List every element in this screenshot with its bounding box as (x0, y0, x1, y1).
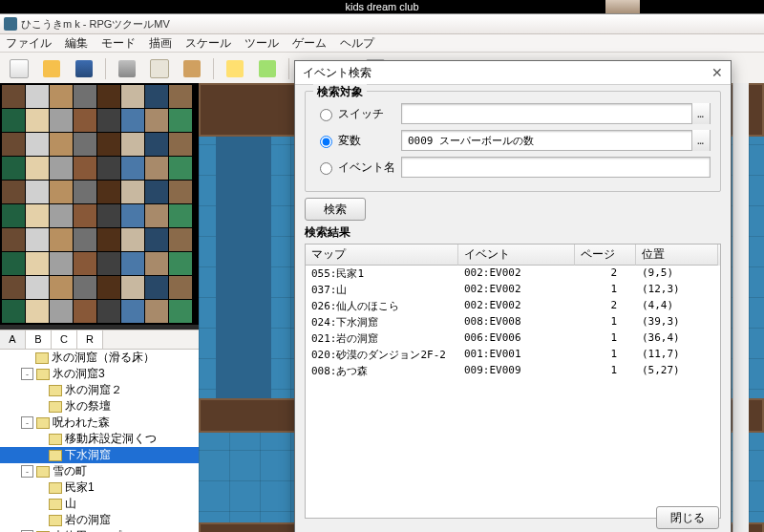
tile[interactable] (169, 181, 192, 203)
maptree-item[interactable]: 氷の洞窟（滑る床） (0, 350, 199, 366)
maptree-item[interactable]: 移動床設定洞くつ (0, 431, 199, 447)
tile[interactable] (97, 181, 120, 203)
tile[interactable] (2, 228, 25, 251)
tile[interactable] (121, 109, 144, 132)
table-row[interactable]: 055:民家1002:EV0022(9,5) (306, 266, 720, 282)
tile[interactable] (50, 85, 73, 108)
maptree-item[interactable]: -呪われた森 (0, 415, 199, 431)
tile[interactable] (121, 85, 144, 108)
tile[interactable] (121, 204, 144, 227)
table-row[interactable]: 008:あつ森009:EV0091(5,27) (306, 363, 720, 379)
tree-expander-icon[interactable]: - (21, 416, 33, 429)
menu-ツール[interactable]: ツール (244, 35, 279, 52)
tile[interactable] (145, 85, 168, 108)
tile[interactable] (97, 109, 120, 132)
tile[interactable] (50, 300, 73, 323)
tile[interactable] (97, 252, 120, 275)
tile[interactable] (2, 133, 25, 156)
table-row[interactable]: 026:仙人のほこら002:EV0022(4,4) (306, 298, 720, 314)
tile[interactable] (26, 109, 49, 132)
tile[interactable] (74, 109, 96, 132)
tile[interactable] (50, 252, 73, 275)
tile[interactable] (97, 228, 120, 251)
tile[interactable] (121, 181, 144, 203)
variable-value-box[interactable]: 0009 スーパーボールの数 … (401, 130, 711, 151)
tile[interactable] (26, 276, 49, 299)
column-header[interactable]: 位置 (636, 245, 718, 266)
tile[interactable] (2, 276, 25, 299)
ellipsis-icon[interactable]: … (691, 130, 710, 151)
tile[interactable] (74, 228, 96, 251)
paste-button[interactable] (179, 55, 205, 82)
tile[interactable] (145, 228, 168, 251)
tile[interactable] (97, 204, 120, 227)
maptree-item[interactable]: -氷の洞窟3 (0, 366, 199, 382)
menu-モード[interactable]: モード (101, 35, 136, 52)
maptree-item[interactable]: 山 (0, 496, 199, 512)
tileset-tab-C[interactable]: C (52, 330, 77, 350)
results-table[interactable]: マップイベントページ位置 055:民家1002:EV0022(9,5)037:山… (305, 244, 721, 519)
tile[interactable] (26, 204, 49, 227)
tile[interactable] (145, 157, 168, 180)
radio-switch[interactable] (320, 109, 332, 121)
tile[interactable] (145, 133, 168, 156)
tile[interactable] (74, 133, 96, 156)
tile[interactable] (121, 228, 144, 251)
tile[interactable] (50, 133, 73, 156)
column-header[interactable]: ページ (575, 245, 636, 266)
tile[interactable] (145, 204, 168, 227)
table-row[interactable]: 037:山002:EV0021(12,3) (306, 282, 720, 298)
cut-button[interactable] (114, 55, 140, 82)
tile[interactable] (50, 109, 73, 132)
radio-event-name[interactable] (320, 162, 332, 175)
tile[interactable] (121, 276, 144, 299)
tile[interactable] (169, 204, 192, 227)
menu-編集[interactable]: 編集 (65, 35, 88, 52)
tile[interactable] (50, 181, 73, 203)
menu-描画[interactable]: 描画 (149, 35, 172, 52)
close-icon[interactable]: ✕ (710, 65, 725, 80)
tileset-tab-A[interactable]: A (0, 330, 26, 350)
tile[interactable] (169, 157, 192, 180)
table-row[interactable]: 020:砂漠のダンジョン2F-2001:EV0011(11,7) (306, 347, 720, 363)
tile[interactable] (26, 133, 49, 156)
tile[interactable] (74, 181, 96, 203)
tile[interactable] (145, 276, 168, 299)
close-button[interactable]: 閉じる (656, 506, 719, 529)
tile[interactable] (121, 157, 144, 180)
menu-スケール[interactable]: スケール (185, 35, 231, 52)
tileset-tab-R[interactable]: R (77, 330, 103, 350)
ellipsis-icon[interactable]: … (691, 103, 710, 124)
maptree-item[interactable]: 岩の洞窟 (0, 512, 199, 528)
tree-expander-icon[interactable]: - (21, 368, 33, 380)
scrollbar-vertical[interactable] (732, 83, 749, 532)
tile[interactable] (2, 300, 25, 323)
tile[interactable] (26, 85, 49, 108)
tile[interactable] (26, 228, 49, 251)
tile[interactable] (169, 85, 192, 108)
open-button[interactable] (38, 55, 65, 82)
column-header[interactable]: イベント (458, 245, 575, 266)
table-row[interactable]: 021:岩の洞窟006:EV0061(36,4) (306, 330, 720, 347)
tile[interactable] (2, 109, 25, 132)
tile[interactable] (169, 228, 192, 251)
tile[interactable] (145, 181, 168, 203)
tile[interactable] (26, 252, 49, 275)
undo-button[interactable] (222, 55, 248, 82)
tile[interactable] (2, 157, 25, 180)
tile[interactable] (26, 300, 49, 323)
tile[interactable] (74, 276, 96, 299)
tile[interactable] (50, 204, 73, 227)
tile[interactable] (26, 157, 49, 180)
maptree-item[interactable]: 氷の祭壇 (0, 398, 199, 415)
column-header[interactable]: マップ (306, 245, 458, 266)
menu-ファイル[interactable]: ファイル (6, 35, 52, 52)
tile[interactable] (97, 85, 120, 108)
menu-ヘルプ[interactable]: ヘルプ (340, 35, 374, 52)
tile[interactable] (50, 157, 73, 180)
copy-button[interactable] (146, 55, 173, 82)
tile[interactable] (97, 276, 120, 299)
tile[interactable] (74, 85, 96, 108)
tile[interactable] (97, 133, 120, 156)
menu-ゲーム[interactable]: ゲーム (292, 35, 327, 52)
